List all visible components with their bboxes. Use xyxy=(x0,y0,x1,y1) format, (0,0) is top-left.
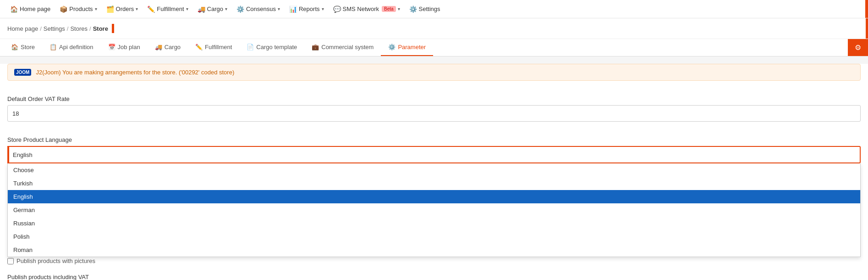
alert-banner: JOOM J2(Joom) You are making arrangement… xyxy=(7,64,861,81)
language-dropdown: Choose Turkish English German Russian Po… xyxy=(7,163,861,257)
cargo-tab-icon: 🚚 xyxy=(155,44,162,50)
publish-pictures-checkbox[interactable] xyxy=(7,258,14,264)
orders-icon: 🗂️ xyxy=(106,6,114,13)
page-body: JOOM J2(Joom) You are making arrangement… xyxy=(0,64,868,280)
nav-homepage[interactable]: 🏠 Home page xyxy=(5,0,55,18)
tab-store-label: Store xyxy=(21,44,35,50)
breadcrumb-settings[interactable]: Settings xyxy=(44,25,65,32)
nav-reports[interactable]: 📊 Reports ▾ xyxy=(285,0,329,18)
breadcrumb-sep-3: / xyxy=(89,25,91,32)
consensus-icon: ⚙️ xyxy=(236,6,244,13)
store-tab-icon: 🏠 xyxy=(11,44,18,50)
cargo-nav-icon: 🚚 xyxy=(198,6,205,13)
breadcrumb-stores[interactable]: Stores xyxy=(70,25,88,32)
tab-cargo-template[interactable]: 📄 Cargo template xyxy=(239,39,304,56)
tab-job-label: Job plan xyxy=(118,44,140,50)
tab-fulfillment-label: Fulfillment xyxy=(205,44,232,50)
tab-parameter[interactable]: ⚙️ Parameter xyxy=(381,39,433,56)
tab-commercial-system[interactable]: 💼 Commercial system xyxy=(304,39,381,56)
fulfillment-tab-icon: ✏️ xyxy=(195,44,203,50)
alert-message: J2(Joom) You are making arrangements for… xyxy=(36,69,234,76)
nav-sms-network[interactable]: 💬 SMS Network Beta ▾ xyxy=(329,0,405,18)
dropdown-indicator xyxy=(7,146,9,163)
job-tab-icon: 📅 xyxy=(108,44,115,50)
option-english[interactable]: English xyxy=(8,190,860,203)
breadcrumb-current: Store xyxy=(93,25,108,32)
option-turkish[interactable]: Turkish xyxy=(8,177,860,190)
language-label: Store Product Language xyxy=(7,136,861,143)
publish-pictures-row: Publish products with pictures xyxy=(7,258,861,264)
option-german[interactable]: German xyxy=(8,203,860,217)
nav-sms-label: SMS Network xyxy=(343,6,379,12)
nav-cargo-label: Cargo xyxy=(207,6,223,12)
nav-consensus-label: Consensus xyxy=(246,6,276,12)
nav-cargo[interactable]: 🚚 Cargo ▾ xyxy=(193,0,232,18)
breadcrumb-right-bar xyxy=(866,18,868,39)
nav-settings-label: Settings xyxy=(419,6,440,12)
sms-chevron-icon: ▾ xyxy=(398,6,400,11)
nav-homepage-label: Home page xyxy=(20,6,50,12)
language-select-input[interactable] xyxy=(7,146,861,163)
breadcrumb-accent-bar xyxy=(112,24,114,33)
nav-reports-label: Reports xyxy=(299,6,320,12)
beta-badge: Beta xyxy=(382,6,396,12)
publish-vat-section: Publish products including VAT xyxy=(0,270,868,280)
breadcrumb: Home page / Settings / Stores / Store xyxy=(0,18,868,39)
tab-cargo-template-label: Cargo template xyxy=(256,44,297,50)
fulfillment-chevron-icon: ▾ xyxy=(186,6,188,11)
publish-pictures-text: Publish products with pictures xyxy=(16,258,95,264)
consensus-chevron-icon: ▾ xyxy=(278,6,280,11)
nav-products-label: Products xyxy=(69,6,93,12)
tab-cargo[interactable]: 🚚 Cargo xyxy=(148,39,188,56)
nav-orders-label: Orders xyxy=(116,6,134,12)
tab-fulfillment[interactable]: ✏️ Fulfillment xyxy=(188,39,239,56)
settings-gear-button[interactable]: ⚙ xyxy=(848,39,868,56)
breadcrumb-sep-2: / xyxy=(67,25,69,32)
vat-input[interactable] xyxy=(7,105,861,122)
language-section: Store Product Language Choose Turkish En… xyxy=(0,129,868,163)
nav-fulfillment[interactable]: ✏️ Fulfillment ▾ xyxy=(143,0,192,18)
nav-right-accent-bar xyxy=(865,0,868,18)
home-icon: 🏠 xyxy=(10,6,18,13)
option-choose[interactable]: Choose xyxy=(8,163,860,177)
fulfillment-icon: ✏️ xyxy=(147,6,155,13)
commercial-tab-icon: 💼 xyxy=(312,44,319,50)
joom-logo: JOOM xyxy=(14,69,31,76)
option-polish[interactable]: Polish xyxy=(8,230,860,243)
breadcrumb-sep-1: / xyxy=(40,25,42,32)
publish-vat-label: Publish products including VAT xyxy=(7,274,861,280)
cargo-template-tab-icon: 📄 xyxy=(247,44,254,50)
gear-icon: ⚙ xyxy=(855,43,861,52)
tab-api-label: Api definition xyxy=(59,44,93,50)
products-chevron-icon: ▾ xyxy=(95,6,97,11)
breadcrumb-homepage[interactable]: Home page xyxy=(7,25,38,32)
tab-parameter-label: Parameter xyxy=(398,44,426,50)
tab-job-plan[interactable]: 📅 Job plan xyxy=(101,39,148,56)
nav-products[interactable]: 📦 Products ▾ xyxy=(55,0,101,18)
tab-api-definition[interactable]: 📋 Api definition xyxy=(42,39,100,56)
orders-chevron-icon: ▾ xyxy=(136,6,138,11)
api-tab-icon: 📋 xyxy=(49,44,57,50)
tab-commercial-label: Commercial system xyxy=(321,44,374,50)
nav-settings[interactable]: ⚙️ Settings xyxy=(405,0,445,18)
nav-orders[interactable]: 🗂️ Orders ▾ xyxy=(102,0,143,18)
cargo-chevron-icon: ▾ xyxy=(225,6,227,11)
tab-cargo-label: Cargo xyxy=(165,44,181,50)
nav-fulfillment-label: Fulfillment xyxy=(157,6,184,12)
reports-chevron-icon: ▾ xyxy=(322,6,324,11)
option-roman[interactable]: Roman xyxy=(8,243,860,257)
tab-store[interactable]: 🏠 Store xyxy=(4,39,42,56)
top-nav: 🏠 Home page 📦 Products ▾ 🗂️ Orders ▾ ✏️ … xyxy=(0,0,868,18)
parameter-tab-icon: ⚙️ xyxy=(388,44,396,50)
nav-consensus[interactable]: ⚙️ Consensus ▾ xyxy=(232,0,285,18)
reports-icon: 📊 xyxy=(289,6,297,13)
vat-rate-section: Default Order VAT Rate xyxy=(0,88,868,122)
tabs-bar: 🏠 Store 📋 Api definition 📅 Job plan 🚚 Ca… xyxy=(0,39,868,56)
language-select-wrapper: Choose Turkish English German Russian Po… xyxy=(7,146,861,163)
products-icon: 📦 xyxy=(60,6,67,13)
sms-icon: 💬 xyxy=(333,6,341,13)
vat-label: Default Order VAT Rate xyxy=(7,95,861,102)
option-russian[interactable]: Russian xyxy=(8,217,860,230)
settings-nav-icon: ⚙️ xyxy=(409,6,417,13)
